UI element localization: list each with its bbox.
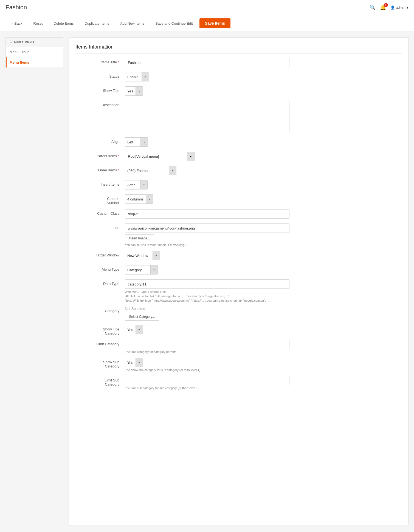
menu-type-select[interactable]: Category External Link CMS Page: [125, 265, 150, 274]
status-select-wrapper: Enable Disable ▾: [125, 72, 149, 81]
delete-button[interactable]: Delete Items: [49, 19, 78, 28]
section-title: Items Information: [75, 44, 402, 53]
insert-image-button[interactable]: Insert Image...: [125, 234, 154, 242]
limit-sub-category-input[interactable]: [125, 376, 289, 385]
menu-type-label: Menu Type: [75, 265, 125, 271]
data-type-row: Data Type With Menu Type: External Link …: [75, 279, 402, 302]
data-type-label: Data Type: [75, 279, 125, 286]
data-type-helper1: With Menu Type: External Link: [125, 290, 289, 293]
target-window-select[interactable]: New Window Same Window: [125, 251, 153, 260]
column-number-select[interactable]: 4 columns 1 column 2 columns 3 columns: [125, 195, 146, 203]
icon-input[interactable]: [125, 223, 289, 233]
items-title-input[interactable]: [125, 58, 289, 67]
show-sub-category-row: Show SubCategory Yes No ▾ The show sub c…: [75, 358, 402, 372]
sidebar: ☰ MEGA MENU Menu Group Menu Items: [5, 37, 63, 525]
show-sub-category-label: Show SubCategory: [75, 358, 125, 368]
show-title-category-label: Show TitleCategory: [75, 325, 125, 335]
description-textarea[interactable]: [125, 101, 289, 132]
target-window-select-arrow[interactable]: ▾: [153, 251, 160, 260]
content-area: Items Information Items Title Status Ena…: [69, 37, 409, 525]
data-type-helper2: Http link can is full link "http://magen…: [125, 295, 289, 298]
save-button[interactable]: Save Items: [199, 18, 230, 28]
status-row: Status Enable Disable ▾: [75, 72, 402, 82]
order-items-row: Order Items (269) Fashion ▾: [75, 166, 402, 176]
limit-category-input[interactable]: [125, 340, 289, 349]
sidebar-item-menu-group[interactable]: Menu Group: [6, 47, 63, 57]
show-sub-category-select-arrow[interactable]: ▾: [136, 358, 143, 367]
duplicate-button[interactable]: Duplicate Items: [80, 19, 114, 28]
limit-category-helper: The limit category for category parents: [125, 350, 289, 353]
custom-class-input[interactable]: [125, 209, 289, 219]
items-title-label: Items Title: [75, 58, 125, 64]
align-select-arrow[interactable]: ▾: [140, 138, 148, 146]
limit-sub-category-control: The limit sub category for sub category …: [125, 376, 289, 390]
admin-menu[interactable]: 👤 admin ▾: [390, 5, 409, 10]
insert-items-control: After Before ▾: [125, 180, 289, 189]
sidebar-section-header: ☰ MEGA MENU: [6, 38, 63, 47]
show-title-category-row: Show TitleCategory Yes No ▾: [75, 325, 402, 335]
items-title-row: Items Title: [75, 58, 402, 68]
column-number-label: ColumnNumber: [75, 194, 125, 205]
main-container: ☰ MEGA MENU Menu Group Menu Items Items …: [0, 32, 414, 531]
category-not-selected: Not Selected: [125, 307, 289, 311]
align-label: Align: [75, 137, 125, 144]
show-title-select[interactable]: Yes No: [125, 87, 136, 95]
align-control: Left Center Right ▾: [125, 137, 289, 147]
target-window-row: Target Window New Window Same Window ▾: [75, 251, 402, 261]
insert-items-select-arrow[interactable]: ▾: [140, 180, 147, 189]
custom-class-row: Custom Class: [75, 209, 402, 219]
show-title-label: Show Title: [75, 86, 125, 93]
column-number-select-wrapper: 4 columns 1 column 2 columns 3 columns ▾: [125, 194, 153, 204]
show-title-category-select-wrapper: Yes No ▾: [125, 325, 143, 334]
show-title-control: Yes No ▾: [125, 86, 289, 96]
parent-items-arrow[interactable]: ▾: [187, 152, 195, 161]
status-select-arrow[interactable]: ▾: [142, 72, 149, 81]
target-window-select-wrapper: New Window Same Window ▾: [125, 251, 160, 260]
add-new-button[interactable]: Add New Items: [116, 19, 149, 28]
parent-items-input[interactable]: [125, 152, 185, 161]
select-category-button[interactable]: Select Category...: [125, 313, 159, 321]
order-items-select[interactable]: (269) Fashion: [125, 166, 169, 175]
show-title-row: Show Title Yes No ▾: [75, 86, 402, 96]
show-title-category-control: Yes No ▾: [125, 325, 289, 334]
sidebar-item-menu-items[interactable]: Menu Items: [6, 57, 63, 68]
order-items-select-wrapper: (269) Fashion ▾: [125, 166, 176, 175]
show-title-select-arrow[interactable]: ▾: [136, 87, 143, 95]
status-select[interactable]: Enable Disable: [125, 72, 142, 81]
data-type-helper3: Note: With link type "https://www.google…: [125, 299, 289, 302]
data-type-input[interactable]: [125, 279, 289, 289]
header: Fashion 🔍 🔔 0 👤 admin ▾: [0, 0, 414, 15]
search-icon[interactable]: 🔍: [370, 4, 376, 10]
show-sub-category-control: Yes No ▾ The show sub category for sub c…: [125, 358, 289, 372]
show-title-category-select[interactable]: Yes No: [125, 325, 136, 334]
limit-category-row: Limit Category The limit category for ca…: [75, 340, 402, 353]
insert-items-select[interactable]: After Before: [125, 180, 140, 189]
column-number-select-arrow[interactable]: ▾: [146, 195, 153, 203]
target-window-control: New Window Same Window ▾: [125, 251, 289, 260]
show-sub-category-select[interactable]: Yes No: [125, 358, 136, 367]
menu-type-select-arrow[interactable]: ▾: [150, 265, 157, 274]
limit-sub-category-row: Limit SubCategory The limit sub category…: [75, 376, 402, 390]
notifications-icon[interactable]: 🔔 0: [380, 4, 386, 10]
back-button[interactable]: ← Back: [5, 19, 27, 28]
category-label: Category: [75, 307, 125, 313]
align-select[interactable]: Left Center Right: [125, 138, 140, 146]
sidebar-section-title: MEGA MENU: [14, 41, 34, 44]
limit-sub-category-label: Limit SubCategory: [75, 376, 125, 386]
menu-type-select-wrapper: Category External Link CMS Page ▾: [125, 265, 158, 275]
description-label: Description: [75, 101, 125, 107]
show-title-category-select-arrow[interactable]: ▾: [136, 325, 143, 334]
icon-row: Icon Insert Image... You can set link in…: [75, 223, 402, 247]
save-continue-button[interactable]: Save and Continue Edit: [151, 19, 197, 28]
custom-class-label: Custom Class: [75, 209, 125, 216]
custom-class-control: [125, 209, 289, 219]
insert-items-select-wrapper: After Before ▾: [125, 180, 148, 189]
sidebar-item-menu-items-label: Menu Items: [10, 60, 29, 64]
align-row: Align Left Center Right ▾: [75, 137, 402, 147]
reset-button[interactable]: Reset: [29, 19, 47, 28]
order-items-control: (269) Fashion ▾: [125, 166, 289, 175]
notification-badge: 0: [384, 3, 388, 7]
order-items-select-arrow[interactable]: ▾: [169, 166, 176, 175]
description-row: Description: [75, 101, 402, 133]
menu-type-control: Category External Link CMS Page ▾: [125, 265, 289, 275]
